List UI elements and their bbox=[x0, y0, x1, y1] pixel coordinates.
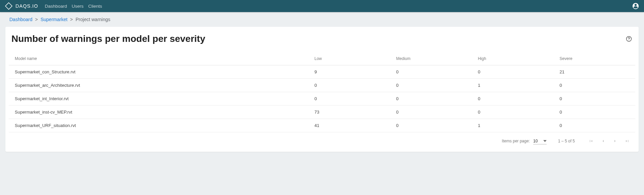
first-page-icon bbox=[588, 138, 594, 144]
table-row[interactable]: Supermarket_con_Structure.rvt90021 bbox=[9, 65, 635, 79]
card-title: Number of warnings per model per severit… bbox=[11, 34, 625, 44]
account-button[interactable] bbox=[632, 2, 639, 10]
cell-severe: 0 bbox=[554, 119, 635, 132]
cell-low: 9 bbox=[308, 65, 390, 79]
col-model-name[interactable]: Model name bbox=[9, 52, 308, 65]
paginator-range: 1 – 5 of 5 bbox=[558, 139, 575, 143]
col-severe[interactable]: Severe bbox=[554, 52, 635, 65]
brand-name: DAQS.IO bbox=[15, 3, 38, 9]
help-button[interactable] bbox=[625, 35, 633, 43]
help-icon bbox=[626, 36, 632, 42]
paginator: Items per page: 10 1 – 5 of 5 bbox=[9, 132, 635, 148]
col-medium[interactable]: Medium bbox=[390, 52, 472, 65]
items-per-page-label: Items per page: bbox=[502, 139, 530, 143]
items-per-page-select[interactable]: 10 bbox=[533, 138, 547, 144]
col-high[interactable]: High bbox=[472, 52, 553, 65]
cell-severe: 0 bbox=[554, 106, 635, 119]
cell-severe: 21 bbox=[554, 65, 635, 79]
account-icon bbox=[632, 2, 639, 10]
warnings-table: Model name Low Medium High Severe Superm… bbox=[9, 52, 635, 132]
chevron-left-icon bbox=[600, 138, 606, 144]
logo-icon bbox=[5, 2, 13, 10]
svg-point-1 bbox=[629, 40, 629, 40]
table-row[interactable]: Supermarket_int_Interior.rvt0000 bbox=[9, 92, 635, 106]
nav-link-users[interactable]: Users bbox=[72, 4, 83, 9]
cell-model-name: Supermarket_inst-cv_MEP.rvt bbox=[9, 106, 308, 119]
cell-medium: 0 bbox=[390, 65, 472, 79]
card-header: Number of warnings per model per severit… bbox=[9, 34, 635, 52]
warnings-card: Number of warnings per model per severit… bbox=[5, 27, 639, 152]
breadcrumb-separator: > bbox=[33, 17, 41, 22]
next-page-button[interactable] bbox=[610, 136, 620, 146]
table-row[interactable]: Supermarket_arc_Architecture.rvt0010 bbox=[9, 79, 635, 92]
dropdown-arrow-icon bbox=[543, 140, 547, 142]
cell-medium: 0 bbox=[390, 106, 472, 119]
col-low[interactable]: Low bbox=[308, 52, 390, 65]
cell-high: 0 bbox=[472, 65, 553, 79]
cell-low: 0 bbox=[308, 92, 390, 106]
cell-low: 0 bbox=[308, 79, 390, 92]
cell-medium: 0 bbox=[390, 79, 472, 92]
breadcrumb-current: Project warnings bbox=[76, 17, 110, 22]
nav-link-dashboard[interactable]: Dashboard bbox=[45, 4, 67, 9]
table-row[interactable]: Supermarket_URF_situation.rvt41010 bbox=[9, 119, 635, 132]
cell-low: 73 bbox=[308, 106, 390, 119]
cell-medium: 0 bbox=[390, 92, 472, 106]
prev-page-button[interactable] bbox=[598, 136, 608, 146]
breadcrumb-link-dashboard[interactable]: Dashboard bbox=[9, 17, 33, 22]
nav-link-clients[interactable]: Clients bbox=[88, 4, 102, 9]
cell-low: 41 bbox=[308, 119, 390, 132]
header-nav: Dashboard Users Clients bbox=[45, 4, 107, 9]
last-page-button[interactable] bbox=[622, 136, 633, 146]
cell-medium: 0 bbox=[390, 119, 472, 132]
last-page-icon bbox=[625, 138, 630, 144]
items-per-page-value: 10 bbox=[533, 139, 538, 143]
table-header-row: Model name Low Medium High Severe bbox=[9, 52, 635, 65]
first-page-button[interactable] bbox=[586, 136, 596, 146]
cell-high: 1 bbox=[472, 119, 553, 132]
cell-model-name: Supermarket_int_Interior.rvt bbox=[9, 92, 308, 106]
brand-logo[interactable]: DAQS.IO bbox=[5, 2, 38, 10]
breadcrumb-separator: > bbox=[67, 17, 76, 22]
cell-severe: 0 bbox=[554, 79, 635, 92]
cell-high: 0 bbox=[472, 92, 553, 106]
cell-severe: 0 bbox=[554, 92, 635, 106]
cell-high: 0 bbox=[472, 106, 553, 119]
cell-model-name: Supermarket_URF_situation.rvt bbox=[9, 119, 308, 132]
cell-model-name: Supermarket_con_Structure.rvt bbox=[9, 65, 308, 79]
app-header: DAQS.IO Dashboard Users Clients bbox=[0, 0, 644, 12]
cell-high: 1 bbox=[472, 79, 553, 92]
cell-model-name: Supermarket_arc_Architecture.rvt bbox=[9, 79, 308, 92]
breadcrumb: Dashboard > Supermarket > Project warnin… bbox=[0, 12, 644, 27]
chevron-right-icon bbox=[612, 138, 618, 144]
breadcrumb-link-supermarket[interactable]: Supermarket bbox=[41, 17, 67, 22]
table-row[interactable]: Supermarket_inst-cv_MEP.rvt73000 bbox=[9, 106, 635, 119]
